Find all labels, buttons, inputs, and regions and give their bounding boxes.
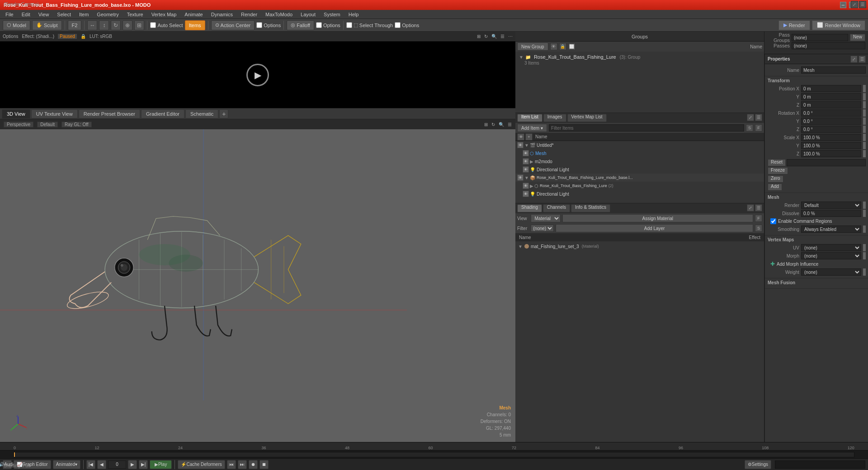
menu-vertexmap[interactable]: Vertex Map	[148, 11, 180, 18]
menu-item[interactable]: Item	[75, 11, 92, 18]
props-settings-btn[interactable]: ☰	[859, 56, 866, 63]
auto-select-check[interactable]: Auto Select	[150, 22, 183, 28]
vp-icon-grid[interactable]: ⊞	[484, 122, 488, 127]
scale-x-value[interactable]: 100.0 %	[801, 134, 861, 141]
preview-corner-icon2[interactable]: ↻	[484, 34, 488, 39]
new-group-btn[interactable]: New Group	[517, 42, 548, 51]
playback-icon-1[interactable]: ⏮	[227, 460, 236, 469]
options-check2[interactable]: Options	[316, 22, 340, 28]
vis-btn-group[interactable]: 👁	[517, 174, 524, 181]
transform-icon-1[interactable]: ↔	[87, 20, 97, 30]
tab-info-stats[interactable]: Info & Statistics	[571, 204, 610, 212]
pos-y-slider[interactable]	[863, 93, 866, 100]
rewind-btn[interactable]: |◀	[86, 460, 95, 469]
render-select[interactable]: Default	[801, 202, 861, 209]
vp-icon-menu[interactable]: ☰	[508, 122, 512, 127]
uv-select[interactable]: (none)	[801, 244, 861, 251]
morph-select[interactable]: (none)	[801, 252, 861, 259]
item-expand-btn[interactable]: ⤢	[747, 114, 754, 121]
command-input[interactable]	[775, 461, 865, 469]
assign-f-btn[interactable]: F	[755, 215, 762, 222]
vis-btn-m2modo[interactable]: 👁	[523, 158, 529, 164]
scale-x-slider[interactable]	[863, 134, 866, 141]
play-btn[interactable]: ▶ Play	[150, 460, 172, 469]
viewport-canvas[interactable]: Mesh Channels: 0 Deformers: ON GL: 297,4…	[0, 129, 515, 442]
fwd-end-btn[interactable]: ▶|	[139, 460, 148, 469]
item-row-fish[interactable]: 👁 ▶ ⬡ Rose_Kuli_Trout_Bass_Fishing_Lure …	[521, 182, 764, 190]
render-window-btn[interactable]: ⬜ Render Window	[812, 20, 865, 30]
playback-icon-4[interactable]: ⏹	[259, 460, 269, 469]
vis-btn-light1[interactable]: 👁	[523, 166, 529, 173]
vis-btn-fish[interactable]: 👁	[523, 183, 529, 189]
item-vis-header-2[interactable]: +	[525, 133, 533, 141]
item-row-light2[interactable]: 👁 💡 Directional Light	[521, 190, 764, 198]
menu-geometry[interactable]: Geometry	[93, 11, 122, 18]
filter-items-input[interactable]	[549, 124, 744, 132]
animated-btn[interactable]: Animated ▾	[53, 460, 80, 469]
add-layer-btn[interactable]: Add Layer	[556, 224, 753, 232]
add-btn[interactable]: Add	[768, 183, 782, 191]
filter-f-btn[interactable]: F	[755, 124, 762, 132]
menu-help[interactable]: Help	[345, 11, 363, 18]
tab-uv-texture[interactable]: UV Texture View	[31, 109, 78, 118]
item-settings-btn[interactable]: ☰	[755, 114, 762, 121]
options-checkbox2[interactable]	[316, 22, 322, 28]
preview-corner-icon1[interactable]: ⊞	[477, 34, 481, 39]
pos-y-value[interactable]: 0 m	[801, 93, 861, 100]
tab-gradient[interactable]: Gradient Editor	[141, 109, 184, 118]
sculpt-btn[interactable]: ✋ Sculpt	[32, 20, 62, 30]
zero-btn[interactable]: Zero	[768, 175, 783, 183]
items-btn[interactable]: Items	[185, 20, 205, 30]
tab-render-preset[interactable]: Render Preset Browser	[79, 109, 140, 118]
freeze-btn[interactable]: Freeze	[768, 167, 788, 174]
item-row-mesh[interactable]: 👁 ⬡ Mesh	[521, 149, 764, 157]
tab-channels[interactable]: Channels	[543, 204, 570, 212]
settings-btn[interactable]: ⚙ Settings	[745, 460, 771, 469]
transform-icon-5[interactable]: ⊞	[134, 20, 144, 30]
select-through-checkbox[interactable]	[346, 22, 352, 28]
rot-y-slider[interactable]	[863, 118, 866, 125]
menu-maxtomodo[interactable]: MaxToModo	[262, 11, 296, 18]
transform-icon-2[interactable]: ↕	[99, 20, 109, 30]
menu-view[interactable]: View	[35, 11, 53, 18]
item-row-m2modo[interactable]: 👁 ▶ m2modo	[521, 157, 764, 165]
pass-groups-new-btn[interactable]: New	[850, 34, 865, 41]
tab-3d-view[interactable]: 3D View	[2, 109, 30, 118]
group-row-main[interactable]: ▼ 📁 Rose_Kuli_Trout_Bass_Fishing_Lure (3…	[517, 53, 762, 61]
transform-icon-3[interactable]: ↻	[111, 20, 121, 30]
vp-icon-zoom[interactable]: 🔍	[499, 122, 504, 127]
vis-btn-light2[interactable]: 👁	[523, 191, 529, 197]
item-vis-header-1[interactable]: 👁	[517, 133, 524, 141]
vp-icon-orbit[interactable]: ↻	[491, 122, 495, 127]
transform-icon-4[interactable]: ⊕	[123, 20, 132, 30]
menu-dynamics[interactable]: Dynamics	[208, 11, 236, 18]
scale-y-slider[interactable]	[863, 142, 866, 149]
pos-x-value[interactable]: 0 m	[801, 85, 861, 92]
shading-expand-btn[interactable]: ⤢	[747, 204, 754, 212]
model-btn[interactable]: ⬡ Model	[3, 20, 30, 30]
rot-y-value[interactable]: 0.0 °	[801, 118, 861, 125]
tab-shading[interactable]: Shading	[517, 204, 542, 212]
vis-btn-mesh[interactable]: 👁	[523, 150, 529, 156]
item-row-group[interactable]: 👁 ▼ 📦 Rose_Kuli_Trout_Bass_Fishing_Lure_…	[515, 174, 764, 182]
step-fwd-btn[interactable]: ▶	[128, 460, 137, 469]
name-input[interactable]	[803, 68, 863, 73]
add-layer-s-btn[interactable]: S	[755, 225, 762, 232]
pos-x-slider[interactable]	[863, 85, 866, 92]
menu-edit[interactable]: Edit	[18, 11, 34, 18]
rot-z-value[interactable]: 0.0 °	[801, 126, 861, 133]
rot-x-slider[interactable]	[863, 109, 866, 117]
render-btn[interactable]: ▶ Render	[778, 20, 810, 30]
add-morph-btn[interactable]: ✚ Add Morph Influence	[768, 260, 866, 268]
smoothing-select[interactable]: Always Enabled	[801, 226, 861, 233]
preview-corner-icon4[interactable]: ☰	[500, 34, 505, 39]
add-item-btn[interactable]: Add Item ▾	[517, 124, 547, 132]
playback-icon-2[interactable]: ⏭	[238, 460, 247, 469]
tab-item-list[interactable]: Item List	[517, 114, 542, 122]
options-check1[interactable]: Options	[256, 22, 281, 28]
tab-images[interactable]: Images	[543, 114, 566, 122]
preview-corner-icon5[interactable]: ⋯	[508, 34, 513, 39]
menu-layout[interactable]: Layout	[297, 11, 319, 18]
dissolve-value[interactable]: 0.0 %	[801, 210, 861, 217]
name-value[interactable]	[801, 66, 866, 74]
